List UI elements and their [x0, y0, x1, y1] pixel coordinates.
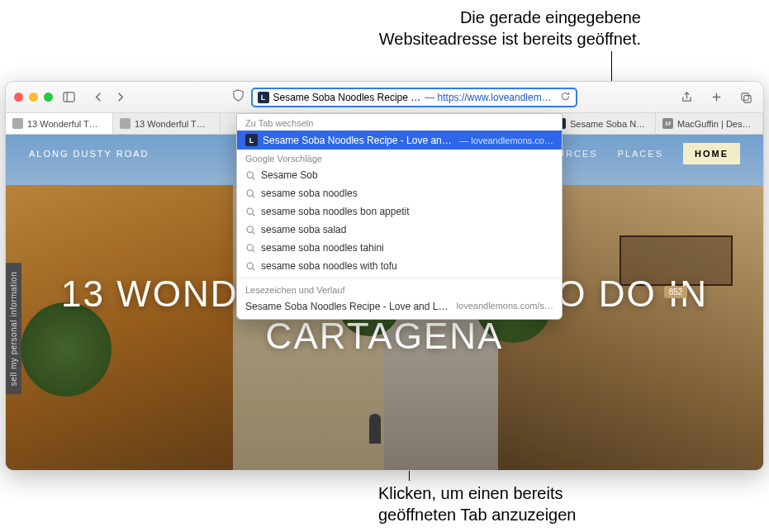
share-button[interactable]	[677, 89, 695, 106]
address-bar[interactable]: L Sesame Soba Noodles Recipe … — https:/…	[251, 88, 577, 107]
tab-1[interactable]: 13 Wonderful T…	[113, 113, 221, 134]
tab-favicon: M	[662, 118, 673, 129]
address-favicon: L	[258, 92, 269, 103]
switch-to-tab-item[interactable]: L Sesame Soba Noodles Recipe - Love and …	[237, 131, 562, 150]
fullscreen-window-button[interactable]	[44, 93, 53, 102]
svg-line-13	[253, 249, 255, 252]
search-suggestion[interactable]: sesame soba noodles	[237, 184, 562, 202]
search-suggestion[interactable]: sesame soba noodles with tofu	[237, 257, 562, 275]
safari-window: L Sesame Soba Noodles Recipe … — https:/…	[5, 81, 764, 471]
svg-line-5	[253, 177, 255, 179]
svg-rect-3	[743, 96, 750, 102]
image-badge: 852	[664, 286, 688, 298]
suggestion-text: sesame soba noodles tahini	[261, 242, 553, 254]
forward-button[interactable]	[111, 89, 129, 106]
minimize-window-button[interactable]	[29, 93, 38, 102]
tab-label: 13 Wonderful T…	[27, 119, 98, 129]
search-icon	[245, 225, 256, 235]
dropdown-divider	[237, 278, 562, 278]
search-suggestion[interactable]: Sesame Sob	[237, 166, 562, 184]
history-url: loveandlemons.com/s…	[457, 301, 553, 312]
svg-rect-2	[741, 93, 748, 100]
sidebar-toggle-button[interactable]	[59, 89, 78, 106]
search-suggestion[interactable]: sesame soba salad	[237, 221, 562, 239]
dropdown-section-history: Lesezeichen und Verlauf	[237, 281, 562, 297]
suggestion-text: sesame soba noodles bon appetit	[261, 206, 553, 217]
tab-favicon	[12, 118, 23, 129]
nav-places[interactable]: PLACES	[618, 149, 663, 159]
tab-2[interactable]: L Sesame Soba N…	[548, 113, 656, 134]
annotation-bottom: Klicken, um einen bereits geöffneten Tab…	[378, 482, 576, 525]
search-suggestion[interactable]: sesame soba noodles tahini	[237, 239, 562, 257]
dropdown-section-google: Google Vorschläge	[237, 150, 562, 166]
suggestion-favicon: L	[245, 134, 258, 146]
svg-line-9	[253, 213, 255, 216]
window-controls	[14, 93, 53, 102]
new-tab-button[interactable]	[707, 89, 725, 106]
tab-overview-button[interactable]	[737, 89, 755, 106]
privacy-side-tab[interactable]: sell my personal information	[6, 264, 21, 395]
reload-icon[interactable]	[560, 91, 571, 104]
suggestion-text: sesame soba noodles	[261, 188, 553, 199]
tab-3[interactable]: M MacGuffin | Des…	[656, 113, 763, 134]
svg-point-14	[247, 263, 253, 268]
back-button[interactable]	[89, 89, 107, 106]
search-icon	[245, 243, 256, 254]
tab-label: MacGuffin | Des…	[677, 119, 751, 129]
address-url: — https://www.loveandlemons.c…	[425, 92, 555, 103]
tab-label: 13 Wonderful T…	[135, 119, 206, 129]
svg-rect-0	[63, 93, 74, 102]
history-title: Sesame Soba Noodles Recipe - Love and Le…	[245, 301, 449, 312]
privacy-shield-icon[interactable]	[230, 88, 248, 104]
search-icon	[245, 207, 256, 217]
search-icon	[245, 261, 256, 272]
suggestion-title: Sesame Soba Noodles Recipe - Love and Le…	[263, 135, 454, 146]
svg-line-7	[253, 195, 255, 197]
address-suggestions-dropdown: Zu Tab wechseln L Sesame Soba Noodles Re…	[236, 113, 563, 320]
svg-line-15	[253, 268, 255, 270]
annotation-top: Die gerade eingegebene Websiteadresse is…	[228, 7, 641, 50]
svg-point-8	[247, 208, 253, 214]
dropdown-section-switch: Zu Tab wechseln	[237, 114, 562, 131]
site-brand[interactable]: ALONG DUSTY ROAD	[29, 149, 150, 159]
address-title: Sesame Soba Noodles Recipe …	[273, 92, 421, 103]
search-icon	[245, 188, 256, 199]
tab-favicon	[120, 118, 131, 129]
suggestion-text: Sesame Sob	[261, 169, 553, 181]
search-icon	[245, 170, 256, 181]
suggestion-text: sesame soba salad	[261, 224, 553, 235]
svg-point-10	[247, 226, 253, 232]
tab-0[interactable]: 13 Wonderful T…	[6, 113, 113, 134]
history-item[interactable]: Sesame Soba Noodles Recipe - Love and Le…	[237, 297, 562, 316]
search-suggestion[interactable]: sesame soba noodles bon appetit	[237, 202, 562, 221]
suggestion-subtitle: — loveandlemons.co…	[459, 135, 553, 145]
close-window-button[interactable]	[14, 93, 23, 102]
svg-point-12	[247, 245, 253, 250]
tab-label: Sesame Soba N…	[570, 119, 645, 129]
svg-line-11	[253, 231, 255, 234]
nav-home-button[interactable]: HOME	[683, 143, 740, 164]
suggestion-text: sesame soba noodles with tofu	[261, 260, 553, 272]
toolbar: L Sesame Soba Noodles Recipe … — https:/…	[6, 82, 763, 113]
svg-point-4	[247, 172, 253, 178]
svg-point-6	[247, 190, 253, 196]
